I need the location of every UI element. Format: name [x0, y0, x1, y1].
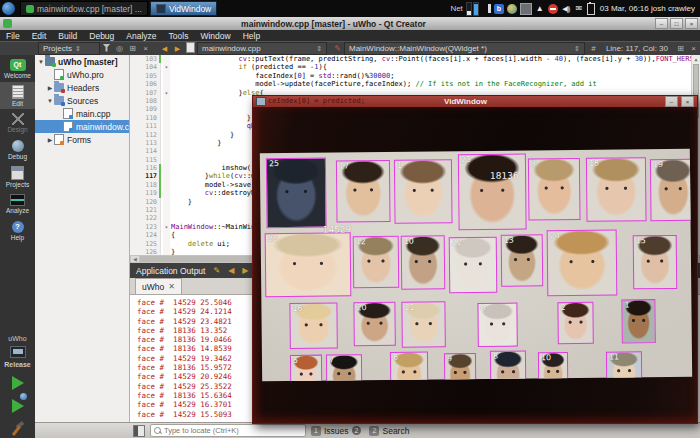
tree-item-sources[interactable]: ▼Sources: [35, 94, 129, 107]
next-item-icon[interactable]: ▶: [242, 266, 248, 275]
menu-window[interactable]: Window: [194, 31, 236, 41]
monitor-with-faces: 2517123318192612102213241516202102157698…: [260, 149, 692, 381]
split-editor-icon[interactable]: ⊞: [674, 44, 687, 53]
maximize-icon[interactable]: □: [670, 18, 683, 29]
close-icon[interactable]: ×: [685, 18, 698, 29]
clear-filter-icon[interactable]: ✎: [213, 266, 220, 275]
scroll-up-icon[interactable]: ▲: [692, 55, 700, 63]
mode-analyze[interactable]: Analyze: [0, 190, 35, 217]
file-icon: [184, 42, 197, 55]
mode-help[interactable]: ?Help: [0, 217, 35, 244]
toggle-sidebar-icon[interactable]: [133, 425, 145, 437]
menu-tools[interactable]: Tools: [163, 31, 195, 41]
git-change-marker: [159, 181, 161, 189]
tree-item-main-cpp[interactable]: main.cpp: [35, 107, 129, 120]
git-change-marker: [159, 189, 161, 197]
status-indicator-icon[interactable]: [488, 4, 491, 13]
output-tab-uwho[interactable]: uWho ✕: [135, 278, 182, 294]
menu-analyze[interactable]: Analyze: [120, 31, 162, 41]
line-number: 104: [130, 63, 160, 71]
face-id-label: 18: [589, 159, 599, 168]
mode-welcome[interactable]: QtWelcome: [0, 55, 35, 82]
qt-creator-titlebar[interactable]: mainwindow.cpp [master] - uWho - Qt Crea…: [0, 17, 700, 31]
line-column-icon: #: [587, 44, 600, 53]
mode-debug[interactable]: Debug: [0, 136, 35, 163]
expander-icon[interactable]: ▼: [37, 59, 45, 65]
do-not-disturb-icon[interactable]: [548, 4, 558, 14]
open-file-selector[interactable]: mainwindow.cpp⇕: [197, 42, 327, 55]
expander-icon[interactable]: ▼: [46, 98, 54, 104]
detected-face-26: 26: [265, 232, 352, 297]
pane-label: Issues: [324, 426, 349, 436]
go-back-icon[interactable]: ◀: [158, 45, 171, 53]
line-number: 126: [130, 248, 160, 255]
go-forward-icon[interactable]: ▶: [171, 45, 184, 53]
mode-design[interactable]: Design: [0, 109, 35, 136]
detected-face-25: 25: [266, 158, 327, 229]
updates-icon[interactable]: [507, 4, 517, 14]
tree-item-label: Forms: [67, 135, 91, 145]
menu-edit[interactable]: Edit: [26, 31, 53, 41]
line-number: 115: [130, 156, 160, 164]
line-number: 122: [130, 214, 160, 222]
split-icon[interactable]: ⊞: [126, 44, 139, 53]
sidebar-view-selector[interactable]: Projects⇕: [38, 42, 100, 55]
mail-icon[interactable]: ✉: [574, 4, 584, 14]
tree-item-uwho-pro[interactable]: uWho.pro: [35, 68, 129, 81]
vidwindow-close-icon[interactable]: ×: [681, 96, 694, 107]
debug-run-button[interactable]: [12, 399, 24, 413]
tree-item-label: uWho.pro: [67, 70, 104, 80]
face-id-label: 10: [404, 237, 414, 246]
expander-icon[interactable]: ▶: [46, 84, 54, 91]
face-id-label: 5: [293, 356, 298, 365]
taskbar-button-mainwindow-cpp-master-[interactable]: mainwindow.cpp [master] ...: [20, 1, 148, 16]
taskbar-button-vidwindow[interactable]: VidWindow: [150, 1, 217, 16]
output-pane-button-search[interactable]: 2Search: [369, 426, 409, 436]
filter-icon[interactable]: [100, 44, 113, 54]
vidwindow-minimize-icon[interactable]: –: [665, 96, 678, 107]
search-icon: [154, 427, 161, 434]
line-number: 112: [130, 131, 160, 139]
face-id-label: 6: [393, 353, 398, 362]
close-pane-icon[interactable]: ×: [139, 44, 152, 53]
tree-item-headers[interactable]: ▶Headers: [35, 81, 129, 94]
volume-icon[interactable]: ◀)): [561, 4, 571, 14]
synchronize-icon[interactable]: ◎: [113, 44, 126, 53]
output-pane-button-issues[interactable]: 1Issues2: [311, 426, 361, 436]
close-tab-icon[interactable]: ✕: [168, 282, 175, 291]
run-button[interactable]: [12, 376, 24, 390]
close-editor-icon[interactable]: ×: [687, 44, 700, 53]
vidwindow-titlebar[interactable]: ceIndex[0] = predicted; VidWindow – ×: [253, 96, 697, 107]
menu-build[interactable]: Build: [52, 31, 83, 41]
scroll-left-icon[interactable]: ◀: [131, 256, 140, 262]
build-button[interactable]: [10, 422, 26, 436]
battery-icon[interactable]: [587, 3, 595, 15]
menu-debug[interactable]: Debug: [83, 31, 120, 41]
code-fold-column[interactable]: ▾▾▾: [163, 55, 170, 255]
output-panel-title: Application Output: [136, 266, 205, 276]
tree-item-uwho-master-[interactable]: ▼uWho [master]: [35, 55, 129, 68]
symbol-selector[interactable]: MainWindow::MainWindow(QWidget *)⇕: [344, 42, 585, 55]
mode-label: Analyze: [6, 207, 29, 214]
face-id-label: 1: [624, 300, 629, 309]
tree-item-forms[interactable]: ▶Forms: [35, 133, 129, 146]
locator-input[interactable]: [164, 426, 302, 435]
wifi-icon[interactable]: ▲: [535, 4, 545, 14]
tree-item-mainwindow-cpp[interactable]: mainwindow.cpp: [35, 120, 129, 133]
bluetooth-icon[interactable]: b: [494, 4, 504, 14]
expander-icon[interactable]: ▶: [46, 136, 54, 143]
display-icon[interactable]: [520, 3, 532, 15]
applications-menu-icon[interactable]: [2, 2, 15, 15]
menu-file[interactable]: File: [0, 31, 26, 41]
locator-search[interactable]: [150, 424, 306, 437]
mode-label: Debug: [8, 153, 27, 160]
prev-item-icon[interactable]: ◀: [228, 266, 234, 275]
editor-toolbar: Projects⇕ ◎ ⊞ × ◀ ▶ mainwindow.cpp⇕ ✎ Ma…: [0, 41, 700, 55]
mode-edit[interactable]: Edit: [0, 82, 35, 109]
mode-projects[interactable]: Projects: [0, 163, 35, 190]
menu-help[interactable]: Help: [237, 31, 266, 41]
minimize-icon[interactable]: –: [655, 18, 668, 29]
vidwindow-window[interactable]: ceIndex[0] = predicted; VidWindow – × 25…: [252, 95, 698, 424]
face-id-label: 19: [653, 160, 663, 169]
kit-display-icon[interactable]: [10, 346, 26, 358]
